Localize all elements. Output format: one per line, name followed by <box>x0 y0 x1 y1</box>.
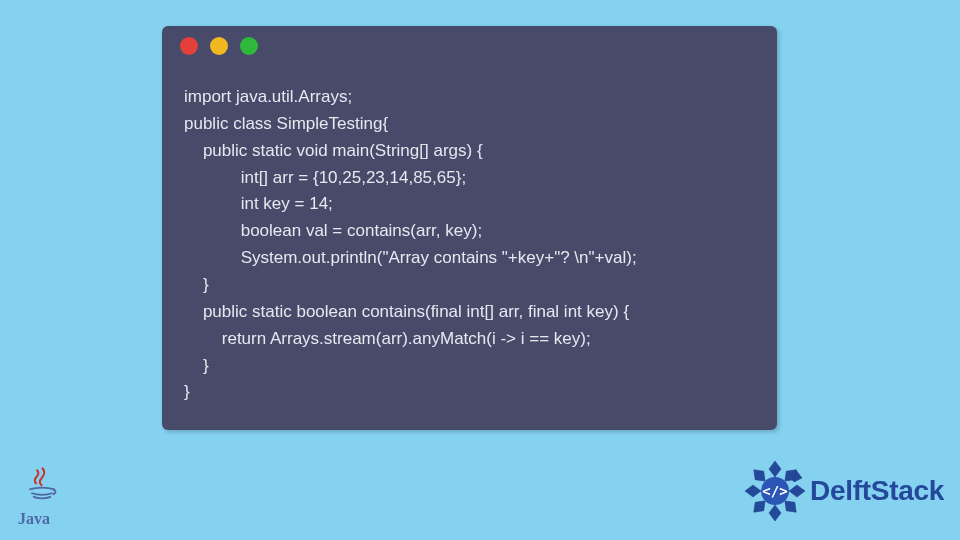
delftstack-text: DelftStack <box>810 475 944 507</box>
code-window: import java.util.Arrays; public class Si… <box>162 26 777 430</box>
java-cup-icon <box>24 466 60 502</box>
close-icon[interactable] <box>180 37 198 55</box>
code-content: import java.util.Arrays; public class Si… <box>162 66 777 416</box>
window-titlebar <box>162 26 777 66</box>
delftstack-badge-icon: </> <box>744 460 806 522</box>
maximize-icon[interactable] <box>240 37 258 55</box>
java-logo-text: Java <box>18 510 50 528</box>
svg-text:</>: </> <box>762 483 787 499</box>
java-logo: Java <box>18 458 66 528</box>
delftstack-logo: </> DelftStack <box>744 460 944 522</box>
minimize-icon[interactable] <box>210 37 228 55</box>
